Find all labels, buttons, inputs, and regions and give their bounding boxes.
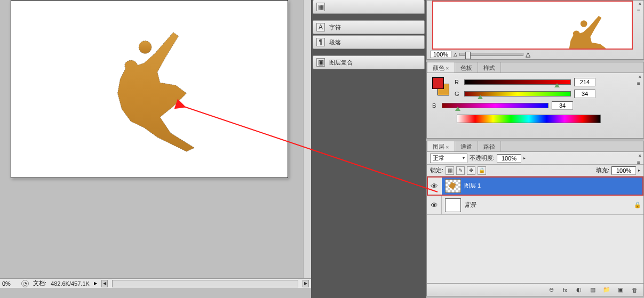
panel-menu-icon[interactable]: ≡ [635, 159, 642, 165]
layer-row[interactable]: 👁 背景 🔒 [427, 196, 643, 215]
close-icon[interactable]: ✕ [637, 1, 642, 6]
lock-position-icon[interactable]: ✥ [467, 166, 475, 175]
lock-transparent-icon[interactable]: ▦ [446, 166, 454, 175]
fx-icon[interactable]: fx [560, 286, 570, 294]
canvas-area: 0% ◔ 文档: 482.6K/457.1K ▶ ◀ ▶ [0, 0, 311, 288]
link-layers-icon[interactable]: ⊖ [546, 286, 556, 294]
spectrum-bar[interactable] [457, 115, 601, 123]
mid-item-paragraph[interactable]: ¶ 段落 [313, 35, 425, 49]
svg-point-0 [139, 41, 152, 54]
layercomp-icon: ▣ [316, 58, 325, 67]
panel-label: 字符 [329, 23, 341, 31]
tab-color[interactable]: 颜色✕ [427, 62, 455, 73]
mid-item-character[interactable]: A 字符 [313, 20, 425, 34]
panel-menu-icon[interactable]: ≡ [635, 80, 642, 86]
doc-stats: 482.6K/457.1K [51, 280, 90, 287]
layers-panel: 图层✕ 通道 路径 ✕ ≡ 正常▾ 不透明度: 100% ▸ 锁定: ▦ ✎ ✥… [426, 141, 644, 296]
canvas-artwork [11, 1, 288, 178]
tab-channels[interactable]: 通道 [455, 141, 478, 151]
panel-label: 段落 [329, 38, 341, 46]
g-value[interactable]: 34 [574, 90, 595, 98]
layer-thumbnail[interactable] [445, 179, 461, 193]
panel-menu-icon[interactable]: ≡ [635, 8, 642, 13]
hscroll-right[interactable]: ▶ [303, 280, 309, 287]
fill-label: 填充: [596, 166, 609, 174]
opacity-arrow-icon[interactable]: ▸ [523, 156, 526, 160]
b-slider[interactable] [442, 103, 548, 108]
right-panels: 100% △ △ ✕ ≡ 颜色✕ 色板 样式 ✕ ≡ R 214 [426, 0, 644, 298]
fill-arrow-icon[interactable]: ▸ [638, 168, 640, 173]
character-icon: A [316, 23, 325, 31]
visibility-icon[interactable]: 👁 [427, 196, 442, 214]
zoom-out-icon[interactable]: △ [454, 52, 457, 57]
channel-b-label: B [432, 102, 439, 109]
color-panel: 颜色✕ 色板 样式 ✕ ≡ R 214 G 34 [426, 62, 644, 139]
tab-swatches[interactable]: 色板 [455, 62, 478, 73]
doc-label: 文档: [33, 279, 46, 287]
tab-layers[interactable]: 图层✕ [427, 141, 455, 151]
lock-pixels-icon[interactable]: ✎ [456, 166, 465, 175]
panel-icon: ▦ [316, 3, 325, 11]
doc-stats-arrow[interactable]: ▶ [94, 281, 97, 286]
panel-label: 图层复合 [329, 59, 353, 67]
opacity-label: 不透明度: [470, 154, 495, 162]
status-bar: 0% ◔ 文档: 482.6K/457.1K ▶ ◀ ▶ [0, 278, 311, 288]
layer-list: 👁 图层 1 👁 背景 🔒 [427, 176, 643, 295]
lock-label: 锁定: [430, 166, 443, 174]
fg-bg-swatches[interactable] [432, 77, 449, 95]
r-value[interactable]: 214 [574, 78, 595, 86]
adjustment-icon[interactable]: ▤ [588, 286, 598, 294]
lock-all-icon[interactable]: 🔒 [478, 166, 486, 175]
layer-name[interactable]: 图层 1 [464, 182, 632, 190]
navigator-panel: 100% △ △ ✕ ≡ [426, 0, 644, 60]
layer-name[interactable]: 背景 [464, 201, 632, 209]
paragraph-icon: ¶ [316, 38, 325, 46]
info-icon[interactable]: ◔ [21, 280, 29, 287]
group-icon[interactable]: 📁 [602, 286, 611, 294]
hscroll-left[interactable]: ◀ [101, 280, 108, 287]
layer-thumbnail[interactable] [445, 198, 461, 212]
channel-r-label: R [455, 79, 461, 85]
new-layer-icon[interactable]: ▣ [616, 286, 625, 294]
tab-styles[interactable]: 样式 [478, 62, 501, 73]
fill-input[interactable]: 100% [611, 166, 636, 175]
canvas[interactable] [11, 0, 288, 178]
close-icon[interactable]: ✕ [637, 153, 642, 158]
mid-item-0[interactable]: ▦ [313, 0, 425, 14]
mid-item-layercomp[interactable]: ▣ 图层复合 [313, 55, 425, 69]
zoom-level[interactable]: 0% [2, 280, 17, 287]
vertical-scrollbar[interactable] [303, 0, 311, 288]
layers-tabs: 图层✕ 通道 路径 [427, 141, 643, 152]
opacity-input[interactable]: 100% [497, 154, 521, 163]
navigator-preview[interactable] [432, 1, 633, 50]
channel-g-label: G [455, 91, 461, 97]
mask-icon[interactable]: ◐ [574, 286, 584, 294]
visibility-icon[interactable]: 👁 [427, 176, 442, 195]
navigator-slider[interactable] [459, 53, 523, 56]
layer-row[interactable]: 👁 图层 1 [427, 176, 643, 196]
blend-mode-select[interactable]: 正常▾ [430, 154, 467, 163]
color-tabs: 颜色✕ 色板 样式 [427, 62, 643, 73]
close-icon[interactable]: ✕ [637, 74, 642, 79]
svg-point-1 [581, 20, 587, 27]
tab-paths[interactable]: 路径 [478, 141, 501, 151]
collapsed-panels: ▦ A 字符 ¶ 段落 ▣ 图层复合 [311, 0, 426, 298]
zoom-in-icon[interactable]: △ [526, 51, 530, 58]
navigator-zoom[interactable]: 100% [430, 51, 451, 58]
lock-indicator: 🔒 [632, 202, 643, 208]
g-slider[interactable] [464, 91, 571, 96]
trash-icon[interactable]: 🗑 [630, 286, 639, 294]
hscroll-track[interactable] [112, 280, 298, 287]
layers-footer: ⊖ fx ◐ ▤ 📁 ▣ 🗑 [427, 283, 643, 296]
foreground-swatch[interactable] [432, 77, 444, 89]
r-slider[interactable] [464, 79, 571, 85]
b-value[interactable]: 34 [552, 101, 573, 110]
